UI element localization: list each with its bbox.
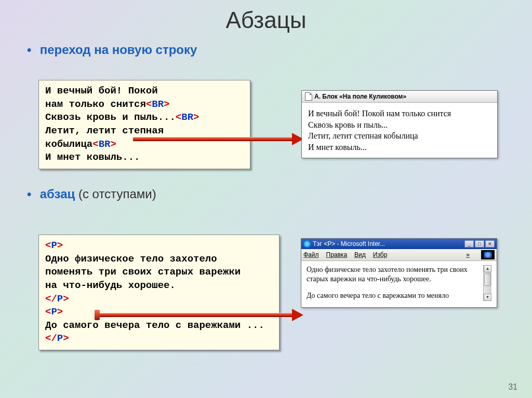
- code-line: И вечный бой! Покой: [45, 85, 244, 98]
- ie-icon: [303, 240, 311, 248]
- code-line: <P>: [45, 239, 273, 253]
- code-line: поменять три своих старых варежки: [45, 266, 273, 279]
- browser-preview-2: Тэг <P> - Microsoft Inter... _ □ ✕ Файл …: [301, 238, 497, 308]
- menu-overflow[interactable]: »: [464, 251, 472, 258]
- menu-file[interactable]: Файл: [303, 251, 319, 258]
- close-button[interactable]: ✕: [485, 240, 495, 248]
- text-line: И вечный бой! Покой нам только снится: [308, 108, 491, 119]
- bullet-1-text: переход на новую строку: [40, 43, 197, 57]
- menu-favorites[interactable]: Избр: [373, 251, 388, 258]
- bullet-2-bold: абзац: [40, 187, 75, 201]
- browser-preview-1: А. Блок «На поле Куликовом» И вечный бой…: [301, 90, 498, 158]
- bullet-2-plain: (с отступами): [75, 187, 156, 201]
- menubar: Файл Правка Вид Избр »: [301, 249, 497, 261]
- text-line: Сквозь кровь и пыль...: [308, 119, 491, 131]
- code-line: </P>: [45, 293, 273, 306]
- minimize-button[interactable]: _: [464, 240, 474, 248]
- code-example-p: <P> Одно физическое тело захотело поменя…: [38, 235, 280, 350]
- bullet-dot: •: [27, 43, 36, 57]
- menu-edit[interactable]: Правка: [326, 251, 348, 258]
- document-icon: [305, 92, 312, 101]
- code-line: нам только снится<BR>: [45, 98, 244, 112]
- ie-throbber-icon: [481, 250, 495, 259]
- scrollbar[interactable]: ▲ ▼: [483, 265, 491, 301]
- code-line: Сквозь кровь и пыль...<BR>: [45, 111, 244, 125]
- code-example-br: И вечный бой! Покой нам только снится<BR…: [38, 80, 250, 169]
- scroll-down-button[interactable]: ▼: [484, 294, 491, 301]
- bullet-dot: •: [27, 187, 36, 201]
- text-line: Летит, летит степная кобылица: [308, 130, 491, 142]
- page-number: 31: [508, 382, 517, 392]
- paragraph: Одно физическое тело захотело поменять т…: [307, 265, 483, 284]
- code-line: Одно физическое тело захотело: [45, 253, 273, 266]
- arrow-icon: [133, 136, 303, 142]
- paragraph: До самого вечера тело с варежками то мен…: [307, 291, 483, 300]
- maximize-button[interactable]: □: [475, 240, 484, 248]
- window-titlebar: А. Блок «На поле Куликовом»: [302, 91, 497, 103]
- arrow-icon: [98, 312, 303, 318]
- scroll-thumb[interactable]: [484, 273, 491, 286]
- menu-view[interactable]: Вид: [354, 251, 366, 258]
- code-line: </P>: [45, 332, 273, 346]
- window-titlebar: Тэг <P> - Microsoft Inter... _ □ ✕: [301, 239, 497, 249]
- code-line: И мнет ковыль...: [45, 151, 244, 164]
- rendered-content: Одно физическое тело захотело поменять т…: [301, 261, 497, 307]
- window-title: А. Блок «На поле Куликовом»: [314, 93, 406, 100]
- window-title: Тэг <P> - Microsoft Inter...: [313, 240, 462, 248]
- bullet-2: • абзац (с отступами): [27, 187, 532, 201]
- scroll-up-button[interactable]: ▲: [484, 265, 491, 272]
- code-line: До самого вечера тело с варежками ...: [45, 319, 273, 333]
- rendered-content: И вечный бой! Покой нам только снится Ск…: [302, 103, 497, 158]
- slide-title: Абзацы: [0, 0, 532, 33]
- text-line: И мнет ковыль...: [308, 142, 491, 153]
- code-line: на что-нибудь хорошее.: [45, 279, 273, 293]
- bullet-1: • переход на новую строку: [27, 43, 532, 57]
